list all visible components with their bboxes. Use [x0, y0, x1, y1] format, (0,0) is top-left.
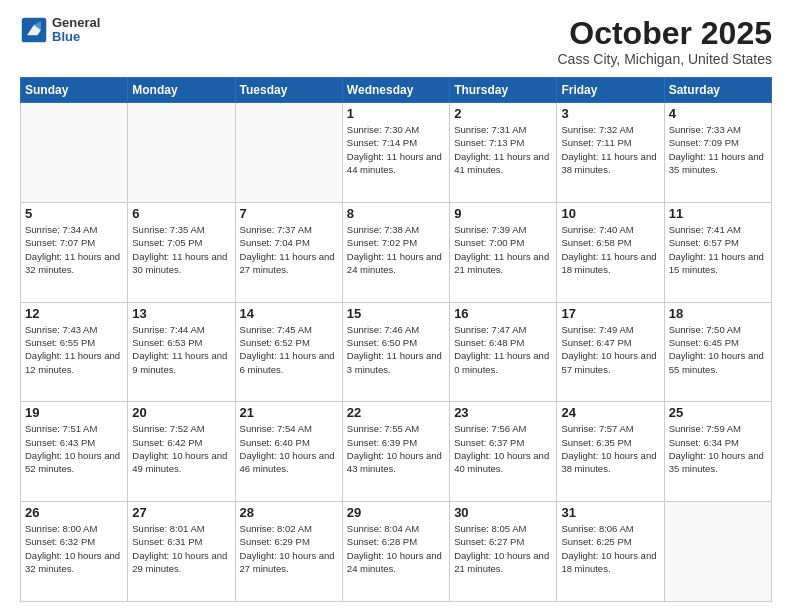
- day-info: Sunrise: 7:31 AMSunset: 7:13 PMDaylight:…: [454, 123, 552, 176]
- day-number: 13: [132, 306, 230, 321]
- cell-2-1: 13 Sunrise: 7:44 AMSunset: 6:53 PMDaylig…: [128, 302, 235, 402]
- day-info: Sunrise: 8:06 AMSunset: 6:25 PMDaylight:…: [561, 522, 659, 575]
- cell-2-5: 17 Sunrise: 7:49 AMSunset: 6:47 PMDaylig…: [557, 302, 664, 402]
- cell-3-5: 24 Sunrise: 7:57 AMSunset: 6:35 PMDaylig…: [557, 402, 664, 502]
- logo-blue-text: Blue: [52, 30, 100, 44]
- day-info: Sunrise: 7:54 AMSunset: 6:40 PMDaylight:…: [240, 422, 338, 475]
- day-number: 30: [454, 505, 552, 520]
- day-number: 31: [561, 505, 659, 520]
- day-number: 18: [669, 306, 767, 321]
- day-info: Sunrise: 7:47 AMSunset: 6:48 PMDaylight:…: [454, 323, 552, 376]
- day-info: Sunrise: 8:05 AMSunset: 6:27 PMDaylight:…: [454, 522, 552, 575]
- cell-2-4: 16 Sunrise: 7:47 AMSunset: 6:48 PMDaylig…: [450, 302, 557, 402]
- cell-0-2: [235, 103, 342, 203]
- week-row-3: 19 Sunrise: 7:51 AMSunset: 6:43 PMDaylig…: [21, 402, 772, 502]
- day-info: Sunrise: 7:50 AMSunset: 6:45 PMDaylight:…: [669, 323, 767, 376]
- cell-0-4: 2 Sunrise: 7:31 AMSunset: 7:13 PMDayligh…: [450, 103, 557, 203]
- cell-1-4: 9 Sunrise: 7:39 AMSunset: 7:00 PMDayligh…: [450, 202, 557, 302]
- header-wednesday: Wednesday: [342, 78, 449, 103]
- day-number: 10: [561, 206, 659, 221]
- day-number: 5: [25, 206, 123, 221]
- day-number: 22: [347, 405, 445, 420]
- day-info: Sunrise: 7:49 AMSunset: 6:47 PMDaylight:…: [561, 323, 659, 376]
- day-number: 12: [25, 306, 123, 321]
- day-info: Sunrise: 8:01 AMSunset: 6:31 PMDaylight:…: [132, 522, 230, 575]
- day-info: Sunrise: 8:04 AMSunset: 6:28 PMDaylight:…: [347, 522, 445, 575]
- cell-3-0: 19 Sunrise: 7:51 AMSunset: 6:43 PMDaylig…: [21, 402, 128, 502]
- cell-4-5: 31 Sunrise: 8:06 AMSunset: 6:25 PMDaylig…: [557, 502, 664, 602]
- subtitle: Cass City, Michigan, United States: [558, 51, 773, 67]
- day-info: Sunrise: 8:02 AMSunset: 6:29 PMDaylight:…: [240, 522, 338, 575]
- cell-0-0: [21, 103, 128, 203]
- day-info: Sunrise: 8:00 AMSunset: 6:32 PMDaylight:…: [25, 522, 123, 575]
- day-info: Sunrise: 7:59 AMSunset: 6:34 PMDaylight:…: [669, 422, 767, 475]
- day-number: 7: [240, 206, 338, 221]
- day-info: Sunrise: 7:56 AMSunset: 6:37 PMDaylight:…: [454, 422, 552, 475]
- day-number: 15: [347, 306, 445, 321]
- day-info: Sunrise: 7:30 AMSunset: 7:14 PMDaylight:…: [347, 123, 445, 176]
- day-info: Sunrise: 7:57 AMSunset: 6:35 PMDaylight:…: [561, 422, 659, 475]
- header-thursday: Thursday: [450, 78, 557, 103]
- cell-3-3: 22 Sunrise: 7:55 AMSunset: 6:39 PMDaylig…: [342, 402, 449, 502]
- cell-3-4: 23 Sunrise: 7:56 AMSunset: 6:37 PMDaylig…: [450, 402, 557, 502]
- cell-4-4: 30 Sunrise: 8:05 AMSunset: 6:27 PMDaylig…: [450, 502, 557, 602]
- day-number: 6: [132, 206, 230, 221]
- cell-1-0: 5 Sunrise: 7:34 AMSunset: 7:07 PMDayligh…: [21, 202, 128, 302]
- main-title: October 2025: [558, 16, 773, 51]
- day-info: Sunrise: 7:38 AMSunset: 7:02 PMDaylight:…: [347, 223, 445, 276]
- day-number: 27: [132, 505, 230, 520]
- header-sunday: Sunday: [21, 78, 128, 103]
- logo-icon: [20, 16, 48, 44]
- day-info: Sunrise: 7:55 AMSunset: 6:39 PMDaylight:…: [347, 422, 445, 475]
- calendar-table: Sunday Monday Tuesday Wednesday Thursday…: [20, 77, 772, 602]
- day-number: 1: [347, 106, 445, 121]
- day-info: Sunrise: 7:51 AMSunset: 6:43 PMDaylight:…: [25, 422, 123, 475]
- cell-0-1: [128, 103, 235, 203]
- cell-3-2: 21 Sunrise: 7:54 AMSunset: 6:40 PMDaylig…: [235, 402, 342, 502]
- header-saturday: Saturday: [664, 78, 771, 103]
- cell-3-6: 25 Sunrise: 7:59 AMSunset: 6:34 PMDaylig…: [664, 402, 771, 502]
- cell-4-2: 28 Sunrise: 8:02 AMSunset: 6:29 PMDaylig…: [235, 502, 342, 602]
- cell-4-1: 27 Sunrise: 8:01 AMSunset: 6:31 PMDaylig…: [128, 502, 235, 602]
- day-number: 8: [347, 206, 445, 221]
- cell-0-5: 3 Sunrise: 7:32 AMSunset: 7:11 PMDayligh…: [557, 103, 664, 203]
- cell-4-0: 26 Sunrise: 8:00 AMSunset: 6:32 PMDaylig…: [21, 502, 128, 602]
- day-number: 4: [669, 106, 767, 121]
- cell-2-0: 12 Sunrise: 7:43 AMSunset: 6:55 PMDaylig…: [21, 302, 128, 402]
- cell-2-6: 18 Sunrise: 7:50 AMSunset: 6:45 PMDaylig…: [664, 302, 771, 402]
- title-block: October 2025 Cass City, Michigan, United…: [558, 16, 773, 67]
- cell-1-2: 7 Sunrise: 7:37 AMSunset: 7:04 PMDayligh…: [235, 202, 342, 302]
- cell-4-6: [664, 502, 771, 602]
- day-info: Sunrise: 7:33 AMSunset: 7:09 PMDaylight:…: [669, 123, 767, 176]
- day-number: 29: [347, 505, 445, 520]
- header-friday: Friday: [557, 78, 664, 103]
- cell-3-1: 20 Sunrise: 7:52 AMSunset: 6:42 PMDaylig…: [128, 402, 235, 502]
- week-row-1: 5 Sunrise: 7:34 AMSunset: 7:07 PMDayligh…: [21, 202, 772, 302]
- logo-general-text: General: [52, 16, 100, 30]
- page: General Blue October 2025 Cass City, Mic…: [0, 0, 792, 612]
- day-number: 26: [25, 505, 123, 520]
- cell-1-5: 10 Sunrise: 7:40 AMSunset: 6:58 PMDaylig…: [557, 202, 664, 302]
- day-info: Sunrise: 7:37 AMSunset: 7:04 PMDaylight:…: [240, 223, 338, 276]
- day-number: 28: [240, 505, 338, 520]
- header-monday: Monday: [128, 78, 235, 103]
- logo-text: General Blue: [52, 16, 100, 45]
- day-info: Sunrise: 7:41 AMSunset: 6:57 PMDaylight:…: [669, 223, 767, 276]
- day-info: Sunrise: 7:43 AMSunset: 6:55 PMDaylight:…: [25, 323, 123, 376]
- cell-2-3: 15 Sunrise: 7:46 AMSunset: 6:50 PMDaylig…: [342, 302, 449, 402]
- day-number: 16: [454, 306, 552, 321]
- day-number: 21: [240, 405, 338, 420]
- day-number: 25: [669, 405, 767, 420]
- day-info: Sunrise: 7:45 AMSunset: 6:52 PMDaylight:…: [240, 323, 338, 376]
- day-number: 9: [454, 206, 552, 221]
- cell-4-3: 29 Sunrise: 8:04 AMSunset: 6:28 PMDaylig…: [342, 502, 449, 602]
- cell-1-3: 8 Sunrise: 7:38 AMSunset: 7:02 PMDayligh…: [342, 202, 449, 302]
- day-number: 3: [561, 106, 659, 121]
- week-row-0: 1 Sunrise: 7:30 AMSunset: 7:14 PMDayligh…: [21, 103, 772, 203]
- day-info: Sunrise: 7:44 AMSunset: 6:53 PMDaylight:…: [132, 323, 230, 376]
- day-number: 24: [561, 405, 659, 420]
- cell-1-6: 11 Sunrise: 7:41 AMSunset: 6:57 PMDaylig…: [664, 202, 771, 302]
- header: General Blue October 2025 Cass City, Mic…: [20, 16, 772, 67]
- logo: General Blue: [20, 16, 100, 45]
- day-number: 17: [561, 306, 659, 321]
